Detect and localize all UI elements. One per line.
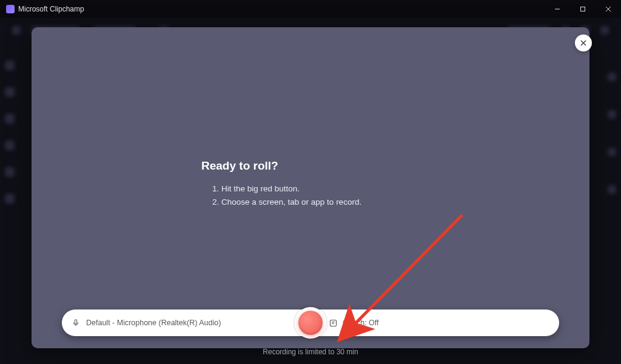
record-button[interactable] bbox=[298, 311, 323, 335]
recording-modal: Ready to roll? 1. Hit the big red button… bbox=[32, 27, 589, 348]
app-body: Ready to roll? 1. Hit the big red button… bbox=[0, 18, 621, 364]
coach-icon bbox=[329, 319, 338, 328]
modal-step: 1. Hit the big red button. bbox=[212, 182, 420, 196]
window-controls bbox=[545, 0, 621, 18]
modal-title: Ready to roll? bbox=[201, 159, 420, 173]
coach-label: Coach: Off bbox=[343, 319, 379, 327]
microphone-icon bbox=[72, 319, 80, 327]
svg-rect-1 bbox=[581, 7, 585, 12]
modal-backdrop: Ready to roll? 1. Hit the big red button… bbox=[0, 18, 621, 364]
close-window-button[interactable] bbox=[596, 0, 621, 18]
maximize-button[interactable] bbox=[570, 0, 596, 18]
modal-content: Ready to roll? 1. Hit the big red button… bbox=[201, 159, 420, 208]
svg-line-11 bbox=[356, 215, 462, 323]
microphone-label: Default - Microphone (Realtek(R) Audio) bbox=[86, 319, 221, 327]
minimize-button[interactable] bbox=[545, 0, 570, 18]
titlebar: Microsoft Clipchamp bbox=[0, 0, 621, 18]
coach-toggle[interactable]: Coach: Off bbox=[298, 319, 549, 328]
svg-rect-6 bbox=[75, 320, 77, 323]
close-modal-button[interactable] bbox=[575, 35, 592, 51]
svg-rect-8 bbox=[331, 320, 337, 326]
app-icon bbox=[6, 5, 15, 13]
recording-limit-text: Recording is limited to 30 min bbox=[263, 348, 358, 356]
modal-step: 2. Choose a screen, tab or app to record… bbox=[212, 196, 420, 209]
app-title: Microsoft Clipchamp bbox=[18, 5, 84, 13]
record-button-wrapper bbox=[295, 307, 326, 339]
microphone-selector[interactable]: Default - Microphone (Realtek(R) Audio) bbox=[72, 319, 292, 327]
control-bar: Default - Microphone (Realtek(R) Audio) … bbox=[62, 309, 559, 336]
